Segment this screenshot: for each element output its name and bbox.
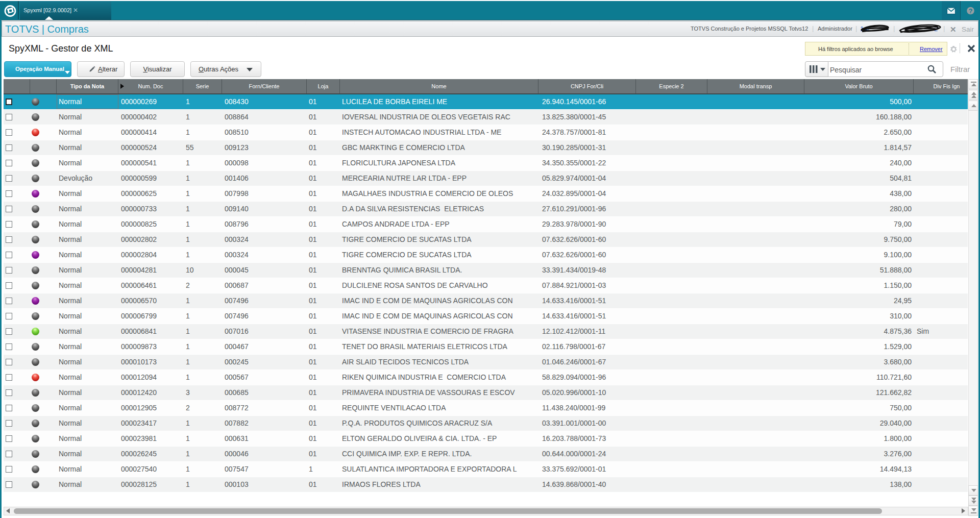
svg-text:?: ? bbox=[969, 8, 973, 15]
